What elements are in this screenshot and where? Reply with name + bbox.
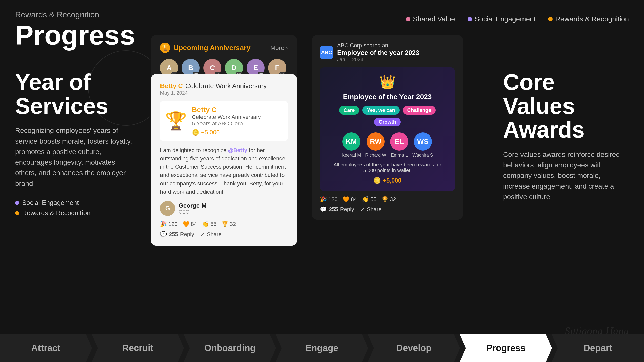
- left-section-title: Year of Services: [15, 70, 136, 118]
- reward-text: All employees of the year have been rewa…: [327, 162, 448, 173]
- winner-richard: RW Richard W: [365, 132, 386, 158]
- reaction-count-4: 32: [230, 221, 236, 228]
- header-left: Rewards & Recognition Progress: [15, 10, 135, 49]
- emp-title: Employee of the year 2023: [337, 49, 419, 57]
- nav-depart[interactable]: Depart: [552, 334, 644, 362]
- nav-progress[interactable]: Progress: [460, 334, 552, 362]
- nav-progress-label: Progress: [486, 343, 526, 353]
- post-card: Betty C Celebrate Work Anniversary May 1…: [151, 74, 297, 246]
- left-tag-list: Social Engagement Rewards & Recognition: [15, 199, 136, 217]
- legend: Shared Value Social Engagement Rewards &…: [406, 15, 629, 23]
- reaction-clap: 👏55: [202, 221, 216, 228]
- employee-card: ABC ABC Corp shared an Employee of the y…: [312, 35, 463, 220]
- winner-keerati: KM Keerati M: [342, 132, 361, 158]
- tag-care: Care: [339, 106, 359, 115]
- coin-icon: 🪙: [192, 129, 199, 136]
- nav-onboarding-label: Onboarding: [204, 343, 256, 353]
- share-label: Share: [207, 231, 222, 238]
- tag-rewards-recognition: Rewards & Recognition: [15, 209, 136, 217]
- post-date: May 1, 2024: [160, 90, 267, 96]
- nav-develop[interactable]: Develop: [368, 334, 460, 362]
- post-author-action: Celebrate Work Anniversary: [185, 82, 267, 90]
- emp-winners: KM Keerati M RW Richard W EL Emma L WS W…: [327, 132, 448, 158]
- right-section: Core Values Awards Core values awards re…: [503, 70, 629, 202]
- winner-wachira: WS Wachira S: [412, 132, 433, 158]
- emp-tags: Care Yes, we can Challenge Growth: [327, 106, 448, 126]
- commenter-avatar: G: [160, 201, 175, 216]
- left-section: Year of Services Recognizing employees' …: [15, 70, 136, 217]
- emp-reaction-1: 🎉120: [320, 196, 338, 203]
- legend-rewards: Rewards & Recognition: [548, 15, 629, 23]
- recipient-sub: 5 Years at ABC Corp: [192, 120, 261, 127]
- emp-points-value: +5,000: [383, 177, 401, 184]
- winner-avatar-wachira: WS: [414, 132, 432, 151]
- reaction-count-2: 84: [191, 221, 197, 228]
- winner-avatar-keerati: KM: [342, 132, 360, 151]
- winner-emma: EL Emma L: [390, 132, 408, 158]
- emp-date: Jan 1, 2024: [337, 57, 419, 62]
- mention-betty: @Betty: [228, 147, 247, 153]
- nav-engage[interactable]: Engage: [276, 334, 368, 362]
- emp-share-icon: ↗: [360, 206, 365, 213]
- shared-text: shared an: [364, 42, 388, 49]
- post-header: Betty C Celebrate Work Anniversary May 1…: [160, 82, 288, 96]
- legend-shared-value: Shared Value: [406, 15, 455, 23]
- emp-reply-label: Reply: [340, 206, 354, 213]
- right-section-description: Core values awards reinforce desired beh…: [503, 149, 629, 202]
- emp-reaction-4: 🏆32: [382, 196, 396, 203]
- tag-growth: Growth: [374, 118, 401, 126]
- tag-rewards-label: Rewards & Recognition: [22, 209, 91, 217]
- tag-rewards-dot: [15, 211, 19, 215]
- post-reactions: 🎉120 🧡84 👏55 🏆32: [160, 221, 288, 228]
- post-points: 🪙 +5,000: [192, 129, 261, 136]
- social-engagement-dot: [468, 17, 472, 21]
- nav-attract[interactable]: Attract: [0, 334, 92, 362]
- coin-emp-icon: 🪙: [373, 177, 381, 184]
- nav-depart-label: Depart: [584, 343, 612, 353]
- commenter-info: George M CEO: [179, 202, 207, 215]
- nav-recruit[interactable]: Recruit: [92, 334, 184, 362]
- more-text: More: [270, 44, 284, 51]
- winner-name-wachira: Wachira S: [412, 153, 433, 158]
- emp-header-info: ABC Corp shared an Employee of the year …: [337, 42, 419, 62]
- tag-challenge: Challenge: [403, 106, 436, 115]
- reaction-heart: 🧡84: [183, 221, 197, 228]
- nav-attract-label: Attract: [31, 343, 60, 353]
- tag-social-engagement: Social Engagement: [15, 199, 136, 207]
- post-content-box: 🏆 Betty C Celebrate Work Anniversary 5 Y…: [160, 101, 288, 141]
- nav-engage-label: Engage: [306, 343, 338, 353]
- right-section-title: Core Values Awards: [503, 70, 629, 142]
- page-title: Progress: [15, 21, 135, 49]
- reaction-count-3: 55: [210, 221, 216, 228]
- tag-social-label: Social Engagement: [22, 199, 79, 207]
- points-value: +5,000: [201, 129, 220, 136]
- tag-social-dot: [15, 201, 19, 205]
- page-subtitle: Rewards & Recognition: [15, 10, 135, 19]
- reply-label: Reply: [180, 231, 194, 238]
- anniversary-header: 🏆 Upcoming Anniversary More ›: [160, 43, 288, 53]
- reply-button[interactable]: 💬 255 Reply: [160, 231, 194, 238]
- more-link[interactable]: More ›: [270, 44, 288, 51]
- emp-share-button[interactable]: ↗ Share: [360, 206, 382, 213]
- share-icon: ↗: [200, 231, 205, 238]
- winner-name-emma: Emma L: [391, 153, 408, 158]
- post-body: I am delighted to recognize @Betty for h…: [160, 146, 288, 196]
- crown-icon: 👑: [327, 74, 448, 90]
- emp-header: ABC ABC Corp shared an Employee of the y…: [320, 42, 455, 62]
- shared-value-dot: [406, 17, 410, 21]
- nav-recruit-label: Recruit: [122, 343, 153, 353]
- social-engagement-label: Social Engagement: [475, 15, 536, 23]
- chevron-right-icon: ›: [286, 44, 288, 51]
- winner-avatar-richard: RW: [367, 132, 385, 151]
- share-button[interactable]: ↗ Share: [200, 231, 222, 238]
- emp-actions: 💬 255 Reply ↗ Share: [320, 206, 455, 213]
- emp-reaction-2: 🧡84: [343, 196, 357, 203]
- shared-value-label: Shared Value: [413, 15, 455, 23]
- winner-avatar-emma: EL: [390, 132, 408, 151]
- emp-reply-button[interactable]: 💬 255 Reply: [320, 206, 354, 213]
- anniversary-label: Upcoming Anniversary: [174, 44, 250, 52]
- reaction-celebrate: 🎉120: [160, 221, 178, 228]
- nav-onboarding[interactable]: Onboarding: [184, 334, 276, 362]
- commenter-title: CEO: [179, 209, 207, 215]
- commenter-row: G George M CEO: [160, 201, 288, 216]
